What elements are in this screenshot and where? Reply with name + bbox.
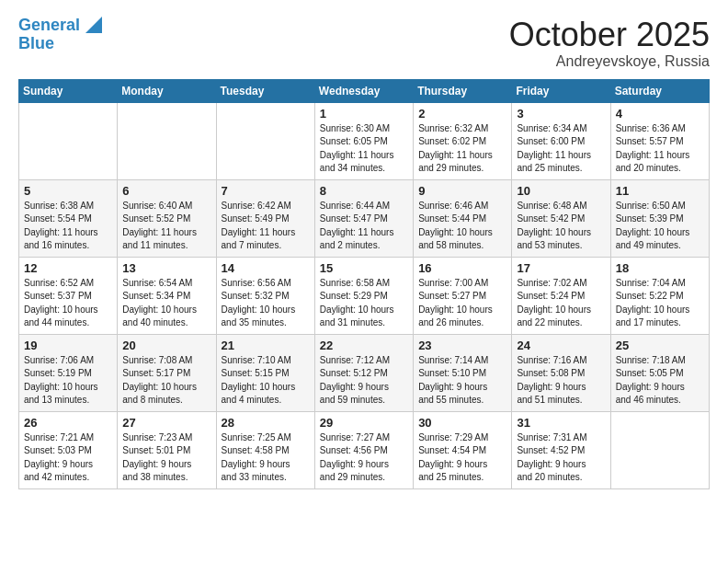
header: General Blue October 2025 Andreyevskoye,… xyxy=(18,17,710,70)
table-row: 15Sunrise: 6:58 AM Sunset: 5:29 PM Dayli… xyxy=(314,257,413,334)
table-row: 1Sunrise: 6:30 AM Sunset: 6:05 PM Daylig… xyxy=(314,102,413,179)
table-row: 13Sunrise: 6:54 AM Sunset: 5:34 PM Dayli… xyxy=(118,257,216,334)
day-info: Sunrise: 7:29 AM Sunset: 4:54 PM Dayligh… xyxy=(418,431,506,485)
day-info: Sunrise: 7:18 AM Sunset: 5:05 PM Dayligh… xyxy=(616,354,704,408)
table-row: 26Sunrise: 7:21 AM Sunset: 5:03 PM Dayli… xyxy=(19,411,118,488)
day-info: Sunrise: 6:30 AM Sunset: 6:05 PM Dayligh… xyxy=(320,122,408,176)
table-row: 22Sunrise: 7:12 AM Sunset: 5:12 PM Dayli… xyxy=(314,334,413,411)
table-row: 29Sunrise: 7:27 AM Sunset: 4:56 PM Dayli… xyxy=(314,411,413,488)
table-row: 4Sunrise: 6:36 AM Sunset: 5:57 PM Daylig… xyxy=(610,102,709,179)
day-number: 4 xyxy=(616,107,704,121)
month-title: October 2025 xyxy=(509,17,710,53)
day-number: 6 xyxy=(122,184,210,198)
day-number: 7 xyxy=(222,184,310,198)
table-row: 25Sunrise: 7:18 AM Sunset: 5:05 PM Dayli… xyxy=(610,334,709,411)
col-saturday: Saturday xyxy=(610,79,709,102)
logo-text-line2: Blue xyxy=(18,35,54,53)
table-row: 23Sunrise: 7:14 AM Sunset: 5:10 PM Dayli… xyxy=(414,334,512,411)
table-row: 30Sunrise: 7:29 AM Sunset: 4:54 PM Dayli… xyxy=(414,411,512,488)
table-row: 9Sunrise: 6:46 AM Sunset: 5:44 PM Daylig… xyxy=(414,179,512,257)
day-info: Sunrise: 6:34 AM Sunset: 6:00 PM Dayligh… xyxy=(517,122,605,176)
table-row: 12Sunrise: 6:52 AM Sunset: 5:37 PM Dayli… xyxy=(19,257,118,334)
logo-text-line1: General xyxy=(18,17,80,35)
day-number: 3 xyxy=(517,107,605,121)
day-info: Sunrise: 7:31 AM Sunset: 4:52 PM Dayligh… xyxy=(517,431,605,485)
day-info: Sunrise: 6:48 AM Sunset: 5:42 PM Dayligh… xyxy=(517,200,605,253)
day-number: 15 xyxy=(320,261,408,275)
main-container: General Blue October 2025 Andreyevskoye,… xyxy=(0,0,728,499)
day-info: Sunrise: 6:54 AM Sunset: 5:34 PM Dayligh… xyxy=(122,277,210,330)
day-info: Sunrise: 7:21 AM Sunset: 5:03 PM Dayligh… xyxy=(24,431,112,485)
day-number: 20 xyxy=(122,339,210,352)
table-row: 5Sunrise: 6:38 AM Sunset: 5:54 PM Daylig… xyxy=(19,179,118,257)
table-row: 8Sunrise: 6:44 AM Sunset: 5:47 PM Daylig… xyxy=(314,179,413,257)
day-number: 26 xyxy=(24,416,112,430)
table-row: 24Sunrise: 7:16 AM Sunset: 5:08 PM Dayli… xyxy=(512,334,610,411)
col-friday: Friday xyxy=(512,79,610,102)
day-number: 8 xyxy=(320,184,408,198)
day-number: 22 xyxy=(320,339,408,352)
day-info: Sunrise: 6:58 AM Sunset: 5:29 PM Dayligh… xyxy=(320,277,408,330)
day-number: 27 xyxy=(122,416,210,430)
day-number: 12 xyxy=(24,261,112,275)
table-row: 19Sunrise: 7:06 AM Sunset: 5:19 PM Dayli… xyxy=(19,334,118,411)
calendar-header-row: Sunday Monday Tuesday Wednesday Thursday… xyxy=(19,79,710,102)
day-number: 14 xyxy=(222,261,310,275)
table-row xyxy=(19,102,118,179)
day-number: 18 xyxy=(616,261,704,275)
table-row: 11Sunrise: 6:50 AM Sunset: 5:39 PM Dayli… xyxy=(610,179,709,257)
table-row: 20Sunrise: 7:08 AM Sunset: 5:17 PM Dayli… xyxy=(118,334,216,411)
day-number: 5 xyxy=(24,184,112,198)
col-wednesday: Wednesday xyxy=(314,79,413,102)
day-info: Sunrise: 6:42 AM Sunset: 5:49 PM Dayligh… xyxy=(222,200,310,253)
calendar-week-row: 26Sunrise: 7:21 AM Sunset: 5:03 PM Dayli… xyxy=(19,411,710,488)
calendar-week-row: 12Sunrise: 6:52 AM Sunset: 5:37 PM Dayli… xyxy=(19,257,710,334)
day-number: 13 xyxy=(122,261,210,275)
table-row: 21Sunrise: 7:10 AM Sunset: 5:15 PM Dayli… xyxy=(216,334,314,411)
day-info: Sunrise: 6:38 AM Sunset: 5:54 PM Dayligh… xyxy=(24,200,112,253)
table-row: 31Sunrise: 7:31 AM Sunset: 4:52 PM Dayli… xyxy=(512,411,610,488)
logo-icon xyxy=(82,17,102,33)
calendar-week-row: 19Sunrise: 7:06 AM Sunset: 5:19 PM Dayli… xyxy=(19,334,710,411)
day-number: 31 xyxy=(517,416,605,430)
col-sunday: Sunday xyxy=(19,79,118,102)
table-row: 3Sunrise: 6:34 AM Sunset: 6:00 PM Daylig… xyxy=(512,102,610,179)
table-row: 18Sunrise: 7:04 AM Sunset: 5:22 PM Dayli… xyxy=(610,257,709,334)
table-row: 7Sunrise: 6:42 AM Sunset: 5:49 PM Daylig… xyxy=(216,179,314,257)
day-info: Sunrise: 6:36 AM Sunset: 5:57 PM Dayligh… xyxy=(616,122,704,176)
location-title: Andreyevskoye, Russia xyxy=(509,53,710,70)
day-info: Sunrise: 6:44 AM Sunset: 5:47 PM Dayligh… xyxy=(320,200,408,253)
day-info: Sunrise: 7:10 AM Sunset: 5:15 PM Dayligh… xyxy=(222,354,310,408)
svg-marker-0 xyxy=(85,17,102,33)
title-block: October 2025 Andreyevskoye, Russia xyxy=(509,17,710,70)
day-number: 28 xyxy=(222,416,310,430)
table-row: 17Sunrise: 7:02 AM Sunset: 5:24 PM Dayli… xyxy=(512,257,610,334)
table-row: 27Sunrise: 7:23 AM Sunset: 5:01 PM Dayli… xyxy=(118,411,216,488)
day-number: 30 xyxy=(418,416,506,430)
day-info: Sunrise: 7:08 AM Sunset: 5:17 PM Dayligh… xyxy=(122,354,210,408)
table-row: 14Sunrise: 6:56 AM Sunset: 5:32 PM Dayli… xyxy=(216,257,314,334)
day-number: 9 xyxy=(418,184,506,198)
day-number: 16 xyxy=(418,261,506,275)
day-info: Sunrise: 7:00 AM Sunset: 5:27 PM Dayligh… xyxy=(418,277,506,330)
table-row xyxy=(610,411,709,488)
day-info: Sunrise: 7:14 AM Sunset: 5:10 PM Dayligh… xyxy=(418,354,506,408)
day-number: 1 xyxy=(320,107,408,121)
day-info: Sunrise: 7:02 AM Sunset: 5:24 PM Dayligh… xyxy=(517,277,605,330)
day-info: Sunrise: 6:40 AM Sunset: 5:52 PM Dayligh… xyxy=(122,200,210,253)
day-info: Sunrise: 7:27 AM Sunset: 4:56 PM Dayligh… xyxy=(320,431,408,485)
col-thursday: Thursday xyxy=(414,79,512,102)
table-row: 2Sunrise: 6:32 AM Sunset: 6:02 PM Daylig… xyxy=(414,102,512,179)
day-number: 17 xyxy=(517,261,605,275)
day-info: Sunrise: 7:25 AM Sunset: 4:58 PM Dayligh… xyxy=(222,431,310,485)
day-number: 19 xyxy=(24,339,112,352)
calendar-week-row: 5Sunrise: 6:38 AM Sunset: 5:54 PM Daylig… xyxy=(19,179,710,257)
day-number: 11 xyxy=(616,184,704,198)
day-number: 2 xyxy=(418,107,506,121)
col-monday: Monday xyxy=(118,79,216,102)
day-info: Sunrise: 6:32 AM Sunset: 6:02 PM Dayligh… xyxy=(418,122,506,176)
day-number: 25 xyxy=(616,339,704,352)
day-number: 10 xyxy=(517,184,605,198)
day-number: 29 xyxy=(320,416,408,430)
day-info: Sunrise: 7:12 AM Sunset: 5:12 PM Dayligh… xyxy=(320,354,408,408)
